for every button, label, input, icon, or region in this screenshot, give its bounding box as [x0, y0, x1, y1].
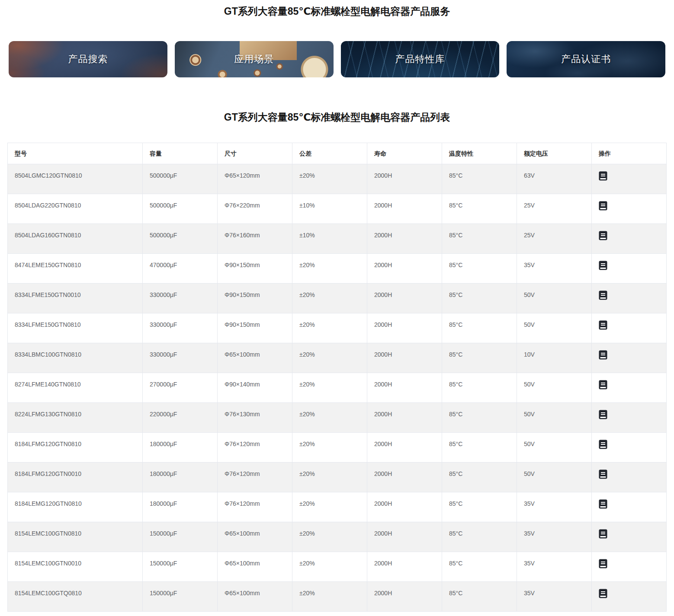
cell-model: 8504LDAG220GTN0810 — [8, 194, 143, 224]
cell-tolerance: ±20% — [292, 403, 367, 433]
table-row: 8154LEMC100GTN0810150000μFΦ65×100mm±20%2… — [8, 522, 667, 552]
cell-model: 8154LEMC100GTN0810 — [8, 522, 143, 552]
table-row: 8504LDAG220GTN0810500000μFΦ76×220mm±10%2… — [8, 194, 667, 224]
cell-capacity: 500000μF — [143, 164, 218, 194]
cell-voltage: 35V — [517, 492, 592, 522]
cell-voltage: 10V — [517, 343, 592, 373]
document-icon — [599, 231, 607, 240]
cell-voltage: 35V — [517, 254, 592, 284]
view-detail-button[interactable] — [599, 290, 607, 300]
document-icon — [599, 440, 607, 449]
cell-tolerance: ±20% — [292, 492, 367, 522]
document-icon — [599, 589, 607, 598]
cell-life: 2000H — [367, 552, 442, 582]
cell-size: Φ90×150mm — [218, 313, 292, 343]
cell-voltage: 35V — [517, 522, 592, 552]
table-row: 8334LFME150GTN0010330000μFΦ90×150mm±20%2… — [8, 284, 667, 313]
cell-capacity: 330000μF — [143, 343, 218, 373]
view-detail-button[interactable] — [599, 440, 607, 449]
cell-model: 8184LFMG120GTN0810 — [8, 433, 143, 463]
view-detail-button[interactable] — [599, 559, 607, 568]
document-icon — [599, 201, 607, 211]
cell-life: 2000H — [367, 254, 442, 284]
cell-model: 8504LGMC120GTN0810 — [8, 164, 143, 194]
table-head: 型号容量尺寸公差寿命温度特性额定电压操作 — [8, 143, 667, 164]
cell-tolerance: ±10% — [292, 224, 367, 254]
nav-card-application-scenes[interactable]: 应用场景 — [175, 41, 334, 77]
cell-capacity: 220000μF — [143, 403, 218, 433]
view-detail-button[interactable] — [599, 171, 607, 181]
cell-life: 2000H — [367, 194, 442, 224]
cell-size: Φ76×220mm — [218, 194, 292, 224]
cell-size: Φ90×140mm — [218, 373, 292, 403]
table-row: 8504LDAG160GTN0810500000μFΦ76×160mm±10%2… — [8, 224, 667, 254]
cell-life: 2000H — [367, 582, 442, 612]
cell-life: 2000H — [367, 343, 442, 373]
view-detail-button[interactable] — [599, 589, 607, 598]
view-detail-button[interactable] — [599, 469, 607, 479]
view-detail-button[interactable] — [599, 201, 607, 211]
cell-size: Φ65×100mm — [218, 522, 292, 552]
cell-action — [592, 522, 667, 552]
cell-action — [592, 254, 667, 284]
table-header-row: 型号容量尺寸公差寿命温度特性额定电压操作 — [8, 143, 667, 164]
cell-action — [592, 552, 667, 582]
cell-action — [592, 343, 667, 373]
document-icon — [599, 559, 607, 568]
table-row: 8184LEMG120GTN0810180000μFΦ76×120mm±20%2… — [8, 492, 667, 522]
nav-card-certificates[interactable]: 产品认证书 — [507, 41, 665, 77]
cell-life: 2000H — [367, 224, 442, 254]
service-title: GT系列大容量85℃标准螺栓型电解电容器产品服务 — [0, 0, 674, 17]
cell-voltage: 63V — [517, 164, 592, 194]
nav-card-product-search-label: 产品搜索 — [68, 53, 108, 66]
cell-voltage: 50V — [517, 313, 592, 343]
column-header-temperature: 温度特性 — [442, 143, 517, 164]
cell-tolerance: ±20% — [292, 463, 367, 492]
table-row: 8474LEME150GTN0810470000μFΦ90×150mm±20%2… — [8, 254, 667, 284]
view-detail-button[interactable] — [599, 529, 607, 539]
view-detail-button[interactable] — [599, 410, 607, 419]
cell-tolerance: ±20% — [292, 343, 367, 373]
cell-tolerance: ±20% — [292, 433, 367, 463]
column-header-capacity: 容量 — [143, 143, 218, 164]
cell-action — [592, 224, 667, 254]
column-header-tolerance: 公差 — [292, 143, 367, 164]
cell-model: 8334LFME150GTN0010 — [8, 284, 143, 313]
cell-size: Φ76×120mm — [218, 492, 292, 522]
view-detail-button[interactable] — [599, 350, 607, 360]
column-header-size: 尺寸 — [218, 143, 292, 164]
document-icon — [599, 469, 607, 479]
view-detail-button[interactable] — [599, 499, 607, 509]
cell-capacity: 330000μF — [143, 313, 218, 343]
nav-card-application-scenes-label: 应用场景 — [234, 53, 274, 66]
cell-voltage: 50V — [517, 284, 592, 313]
cell-size: Φ65×120mm — [218, 164, 292, 194]
page: GT系列大容量85℃标准螺栓型电解电容器产品服务 产品搜索 应用场景 产品特性库… — [0, 0, 674, 612]
cell-action — [592, 463, 667, 492]
cell-tolerance: ±20% — [292, 373, 367, 403]
column-header-life: 寿命 — [367, 143, 442, 164]
table-row: 8154LEMC100GTN0010150000μFΦ65×100mm±20%2… — [8, 552, 667, 582]
column-header-voltage: 额定电压 — [517, 143, 592, 164]
cell-model: 8184LFMG120GTN0010 — [8, 463, 143, 492]
view-detail-button[interactable] — [599, 261, 607, 270]
view-detail-button[interactable] — [599, 380, 607, 389]
column-header-action: 操作 — [592, 143, 667, 164]
cell-action — [592, 373, 667, 403]
cell-tolerance: ±20% — [292, 254, 367, 284]
cell-capacity: 180000μF — [143, 433, 218, 463]
cell-tolerance: ±20% — [292, 552, 367, 582]
nav-card-product-search[interactable]: 产品搜索 — [9, 41, 167, 77]
cell-temperature: 85°C — [442, 224, 517, 254]
cell-capacity: 330000μF — [143, 284, 218, 313]
table-row: 8504LGMC120GTN0810500000μFΦ65×120mm±20%2… — [8, 164, 667, 194]
document-icon — [599, 499, 607, 509]
nav-card-feature-library[interactable]: 产品特性库 — [341, 41, 500, 77]
cell-size: Φ65×100mm — [218, 343, 292, 373]
cell-action — [592, 194, 667, 224]
view-detail-button[interactable] — [599, 320, 607, 330]
cell-size: Φ76×120mm — [218, 463, 292, 492]
cell-capacity: 180000μF — [143, 492, 218, 522]
cell-voltage: 50V — [517, 433, 592, 463]
view-detail-button[interactable] — [599, 231, 607, 240]
